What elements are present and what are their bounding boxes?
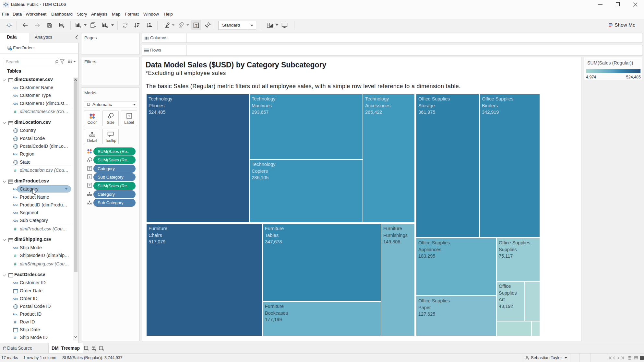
svg-text:T: T (89, 167, 91, 170)
svg-text:T: T (89, 175, 91, 179)
svg-text:T: T (195, 23, 197, 27)
svg-text:T: T (89, 184, 91, 187)
svg-text:T: T (128, 114, 130, 118)
